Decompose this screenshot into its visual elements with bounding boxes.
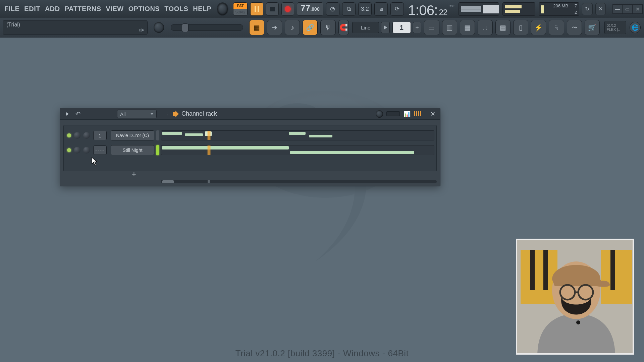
speaker-icon — [173, 111, 180, 117]
maximize-button[interactable]: ▭ — [623, 4, 633, 14]
online-button[interactable]: 🌐 — [630, 22, 641, 33]
tempo-dec: .000 — [310, 6, 319, 12]
snap-toggle[interactable]: 🧲 — [338, 20, 349, 35]
close-window-button[interactable]: ✕ — [633, 4, 643, 14]
menu-edit[interactable]: EDIT — [22, 5, 43, 13]
play-icon — [384, 25, 387, 29]
cpu-bar — [541, 5, 544, 13]
pat-song-toggle[interactable]: PAT SONG — [233, 2, 248, 16]
channel-add-button[interactable]: + — [60, 170, 440, 179]
svg-rect-6 — [610, 250, 615, 290]
plus-icon: + — [415, 24, 419, 31]
song-position-display[interactable]: 1 : 06 : 22 B:S:T — [408, 2, 454, 16]
webcam-overlay — [516, 239, 634, 355]
view-playlist-button[interactable]: ▭ — [424, 20, 439, 35]
channel-volume-knob[interactable] — [83, 132, 90, 139]
channel-row: ---- Still Night — [64, 143, 436, 157]
view-shop-button[interactable]: 🛒 — [585, 20, 600, 35]
channel-rack-close-button[interactable]: ✕ — [430, 110, 435, 118]
menu-view[interactable]: VIEW — [104, 5, 126, 13]
time-sep2: : — [434, 2, 438, 18]
output-peak-meter — [502, 2, 535, 16]
menu-help[interactable]: HELP — [191, 5, 214, 13]
channel-route-box[interactable]: 1 — [93, 131, 107, 140]
channel-rack-play-button[interactable] — [63, 110, 71, 118]
menu-add[interactable]: ADD — [43, 5, 62, 13]
visualizer-oscilloscope[interactable] — [459, 2, 499, 16]
playlist-button[interactable]: ▦ — [249, 20, 264, 35]
view-close-all-button[interactable]: ⤳ — [567, 20, 582, 35]
channel-filter-dropdown[interactable]: All — [117, 110, 157, 118]
main-toolbar: FILE EDIT ADD PATTERNS VIEW OPTIONS TOOL… — [0, 0, 644, 18]
live-mode-button[interactable]: 🎙 — [320, 20, 335, 35]
snap-selector[interactable]: Line — [352, 22, 379, 33]
channel-volume-knob[interactable] — [83, 147, 90, 154]
channel-mute-led[interactable] — [67, 148, 71, 152]
snap-value: Line — [361, 25, 370, 31]
window-controls: — ▭ ✕ — [612, 4, 643, 14]
view-touch-button[interactable]: ☟ — [549, 20, 564, 35]
secondary-toolbar: (Trial) 🕪 ▦ ➔ ♪ 🔗 🎙 🧲 Line 1 + ▭ ▥ ▦ ⎍ ▤… — [0, 18, 644, 38]
view-plugin-button[interactable]: ▯ — [513, 20, 528, 35]
channel-name-button[interactable]: Navie D..ror (C) — [111, 130, 154, 140]
hint-panel: (Trial) 🕪 — [3, 20, 148, 35]
master-volume-knob[interactable] — [217, 3, 228, 15]
polyphony-count: 7 — [575, 3, 577, 8]
time-bars: 1 — [408, 2, 415, 18]
pattern-add-button[interactable]: + — [413, 22, 422, 33]
channel-rack-scrollbar[interactable] — [161, 180, 437, 183]
news-panel[interactable]: 01/12 FLEX |.. — [604, 21, 626, 34]
send-button[interactable]: ➔ — [267, 20, 282, 35]
menu-patterns[interactable]: PATTERNS — [62, 5, 104, 13]
countdown-label: 3.2 — [361, 6, 369, 12]
link-button[interactable]: 🔗 — [303, 20, 318, 35]
scrollbar-thumb[interactable] — [162, 180, 174, 183]
wait-for-input-button[interactable]: ⧉ — [342, 2, 356, 16]
slider-thumb[interactable] — [182, 23, 189, 32]
snap-play-button[interactable] — [381, 22, 390, 33]
channel-name-button[interactable]: Still Night — [111, 145, 154, 155]
view-tempo-button[interactable]: ⚡ — [531, 20, 546, 35]
pattern-number-display[interactable]: 1 — [392, 22, 411, 33]
minimize-button[interactable]: — — [612, 4, 623, 14]
graph-editor-button[interactable]: 📊 — [404, 111, 411, 118]
channel-pan-knob[interactable] — [74, 147, 80, 154]
horizontal-zoom-slider[interactable] — [171, 24, 243, 31]
chevron-down-icon — [150, 113, 154, 115]
undo-history-button[interactable]: ↻ — [582, 3, 592, 15]
menu-options[interactable]: OPTIONS — [126, 5, 162, 13]
view-pianoroll-button[interactable]: ▥ — [442, 20, 457, 35]
channel-rack-undo-button[interactable]: ↶ — [75, 110, 80, 118]
tempo-display[interactable]: 77 .000 — [297, 2, 323, 16]
swing-knob[interactable] — [376, 110, 383, 118]
record-button[interactable] — [281, 2, 294, 16]
main-switch-button[interactable]: ✕ — [595, 3, 606, 15]
channel-route-box[interactable]: ---- — [93, 145, 107, 155]
drag-grip-icon[interactable]: ⋮ — [165, 112, 169, 117]
countdown-button[interactable]: 3.2 — [358, 2, 372, 16]
blend-recording-button[interactable]: ⧇ — [374, 2, 388, 16]
master-pitch-knob[interactable] — [154, 22, 164, 33]
swing-slider[interactable] — [386, 111, 400, 116]
view-channelrack-button[interactable]: ▦ — [460, 20, 475, 35]
channel-mute-led[interactable] — [67, 133, 71, 137]
hint-speaker-icon: 🕪 — [139, 27, 144, 33]
cpu-memory-panel[interactable]: 7 206 MB 2 — [539, 2, 580, 16]
stop-button[interactable] — [266, 2, 279, 16]
metronome-button[interactable]: ◔ — [326, 2, 339, 16]
menu-file[interactable]: FILE — [2, 5, 22, 13]
channel-step-area[interactable] — [161, 130, 434, 140]
view-mixer-button[interactable]: ⎍ — [478, 20, 493, 35]
view-browser-button[interactable]: ▤ — [495, 20, 511, 35]
channel-step-area[interactable] — [161, 145, 434, 155]
menu-tools[interactable]: TOOLS — [162, 5, 191, 13]
channel-pan-knob[interactable] — [74, 132, 80, 139]
memory-label: 206 MB — [553, 3, 568, 8]
typing-keys-button[interactable]: ♪ — [285, 20, 300, 35]
pattern-number: 1 — [400, 24, 404, 32]
pause-button[interactable] — [250, 2, 263, 16]
pat-label: PAT — [233, 3, 248, 9]
loop-recording-button[interactable]: ⟳ — [390, 2, 404, 16]
step-view-button[interactable] — [414, 111, 421, 116]
pause-icon — [255, 6, 259, 12]
